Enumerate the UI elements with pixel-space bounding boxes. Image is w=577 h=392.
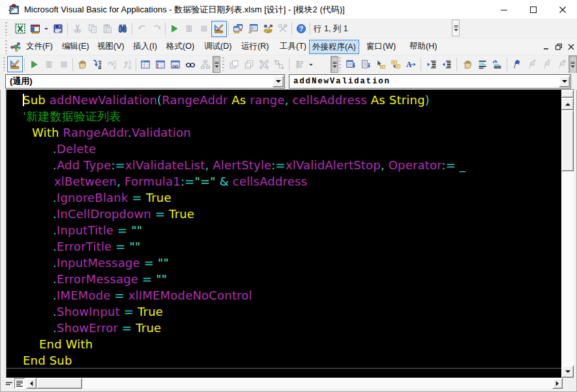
immediate-window-button[interactable] [153,57,168,72]
toolbox-button[interactable] [275,21,290,36]
standard-toolbar-options-button[interactable] [452,20,460,36]
step-out-button[interactable] [119,57,134,72]
menu-item-8[interactable]: 工具(T) [274,40,312,54]
design-mode-button[interactable] [211,21,227,37]
object-browser-button[interactable] [260,21,275,36]
toolbar-grip[interactable] [3,57,5,71]
maximize-button[interactable] [518,0,548,19]
ungroup-button[interactable] [271,57,286,72]
code-editor[interactable]: Sub addNewValidation(RangeAddr As range,… [7,90,561,378]
undo-button[interactable] [134,21,149,36]
scroll-left-button[interactable] [26,378,37,389]
properties-window-button[interactable] [245,21,260,36]
locals-window-button[interactable] [138,57,153,72]
menu-item-5[interactable]: 格式(O) [161,40,200,54]
next-bookmark-button[interactable] [524,57,539,72]
toggle-bookmark-button[interactable] [509,57,524,72]
call-stack-button[interactable] [198,57,213,72]
complete-word-button[interactable] [403,57,418,72]
menu-item-2[interactable]: 编辑(E) [57,40,95,54]
insert-userform-button[interactable] [27,21,42,36]
step-into-button[interactable] [89,57,104,72]
code-header: (通用) addNewValidation [0,73,577,90]
toolbar-separator [165,22,166,35]
object-selector[interactable]: (通用) [5,74,285,89]
reset-button-2[interactable] [56,57,71,72]
module-icon[interactable] [10,42,21,52]
view-excel-button[interactable] [12,21,27,36]
menu-item-7[interactable]: 运行(R) [236,40,274,54]
mdi-restore-button[interactable] [552,40,565,54]
send-to-back-button[interactable] [241,57,256,72]
full-module-view-button[interactable] [14,378,25,389]
mdi-close-button[interactable] [565,40,577,54]
scroll-down-button[interactable] [561,365,574,378]
redo-button[interactable] [149,21,164,36]
menu-item-10[interactable]: 窗口(W) [361,40,401,54]
menu-item-11[interactable]: 帮助(H) [404,40,442,54]
outdent-button[interactable] [439,57,454,72]
bring-to-front-button[interactable] [226,57,241,72]
step-over-button[interactable] [104,57,119,72]
menu-item-4[interactable]: 插入(I) [128,40,162,54]
mdi-minimize-button[interactable] [540,40,552,54]
align-dropdown[interactable] [307,57,315,72]
align-button[interactable] [292,57,307,72]
debug-toolbar-options[interactable] [213,56,220,73]
vertical-scroll-thumb[interactable] [561,110,574,171]
list-constants-button[interactable] [358,57,373,72]
quick-watch-button[interactable] [183,57,198,72]
toolbar-grip[interactable] [339,57,341,71]
previous-bookmark-button[interactable] [539,57,554,72]
toggle-breakpoint-button[interactable] [74,57,89,72]
group-button[interactable] [256,57,271,72]
break-button[interactable] [181,21,196,36]
break-button-2[interactable] [41,57,56,72]
run-icon [169,23,179,34]
help-button[interactable] [293,21,308,36]
watch-window-button[interactable] [168,57,183,72]
object-selector-dropdown-icon[interactable] [273,76,284,87]
edit-toolbar-options-button[interactable] [569,55,577,74]
procedure-selector-dropdown-icon[interactable] [559,76,570,87]
list-properties-button[interactable] [343,57,358,72]
menubar-grip[interactable] [5,40,7,54]
find-button[interactable] [115,21,130,36]
procedure-view-button[interactable] [4,378,14,389]
horizontal-scroll-thumb[interactable] [37,378,82,389]
toggle-breakpoint-button-2[interactable] [460,57,475,72]
scroll-up-button[interactable] [561,98,574,110]
redo-icon [152,23,162,34]
minimize-button[interactable] [489,0,518,19]
cut-button[interactable] [70,21,85,36]
reset-button[interactable] [196,21,211,36]
menu-item-3[interactable]: 视图(V) [92,40,130,54]
parameter-info-button[interactable] [388,57,403,72]
menu-item-6[interactable]: 调试(D) [199,40,237,54]
menu-item-9[interactable]: 外接程序(A) [309,40,359,54]
close-button[interactable] [548,0,577,19]
clear-bookmarks-button[interactable] [554,57,569,72]
split-handle[interactable] [561,90,574,98]
toolbar-grip[interactable] [5,22,7,36]
comment-block-button[interactable] [475,57,490,72]
userform-toolbar-options[interactable] [331,56,338,73]
procedure-selector[interactable]: addNewValidation [289,74,571,89]
run-button-2[interactable] [26,57,41,72]
scroll-right-button[interactable] [552,378,563,389]
run-macro-button[interactable] [166,21,181,36]
paste-button[interactable] [100,21,115,36]
uncomment-block-button[interactable] [490,57,505,72]
project-explorer-button[interactable] [230,21,245,36]
horizontal-scrollbar[interactable] [26,378,563,389]
design-mode-button-2[interactable] [7,56,23,72]
quick-info-button[interactable] [373,57,388,72]
menu-item-1[interactable]: 文件(F) [21,40,58,54]
copy-button[interactable] [85,21,100,36]
vertical-scrollbar[interactable] [561,90,574,378]
save-button[interactable] [50,21,65,36]
indent-button[interactable] [424,57,439,72]
toolbar-grip[interactable] [222,57,224,71]
insert-dropdown[interactable] [42,21,50,36]
quickwatch-icon [185,59,196,70]
